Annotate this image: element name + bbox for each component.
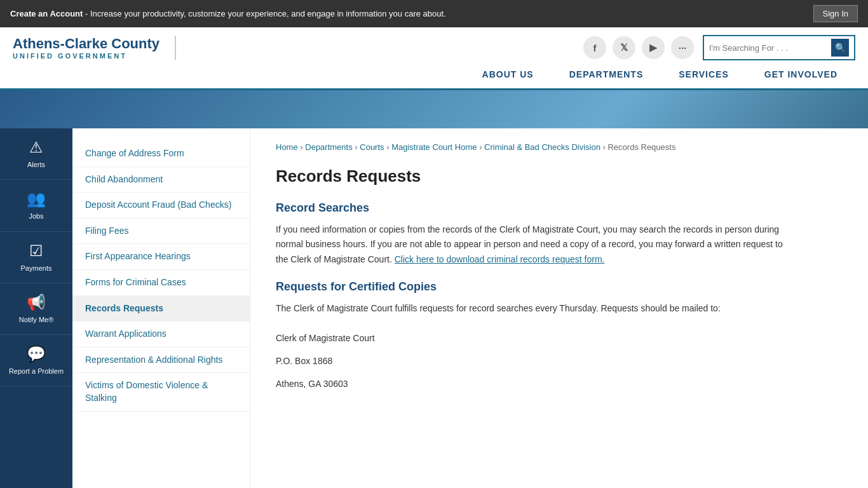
nav-about-us[interactable]: ABOUT US bbox=[465, 60, 552, 88]
notify-icon: 📢 bbox=[27, 294, 46, 311]
header-right: f 𝕏 ▶ ··· 🔍 bbox=[583, 35, 855, 60]
left-nav: Change of Address Form Child Abandonment… bbox=[72, 128, 250, 488]
main-wrapper: Change of Address Form Child Abandonment… bbox=[72, 128, 868, 488]
breadcrumb-criminal[interactable]: Criminal & Bad Checks Division bbox=[484, 142, 600, 152]
sidebar-notify[interactable]: 📢 Notify Me® bbox=[0, 283, 72, 335]
nav-forms-criminal[interactable]: Forms for Criminal Cases bbox=[72, 270, 250, 296]
report-icon: 💬 bbox=[27, 345, 46, 363]
top-banner: Create an Account - Increase your produc… bbox=[0, 0, 868, 27]
section2-title: Requests for Certified Copies bbox=[276, 280, 797, 294]
section1-title: Record Searches bbox=[276, 201, 797, 215]
social-icons: f 𝕏 ▶ ··· bbox=[583, 36, 694, 59]
logo-title: Athens-Clarke County bbox=[13, 36, 159, 52]
search-button[interactable]: 🔍 bbox=[831, 39, 849, 57]
sidebar-alerts[interactable]: ⚠ Alerts bbox=[0, 128, 72, 180]
main-layout: ⚠ Alerts 👥 Jobs ☑ Payments 📢 Notify Me® … bbox=[0, 128, 868, 488]
content-area: Home › Departments › Courts › Magistrate… bbox=[250, 128, 822, 488]
main-nav: ABOUT US DEPARTMENTS SERVICES GET INVOLV… bbox=[0, 60, 868, 90]
breadcrumb: Home › Departments › Courts › Magistrate… bbox=[276, 141, 797, 154]
jobs-label: Jobs bbox=[29, 212, 43, 220]
section1-text: If you need information or copies from t… bbox=[276, 222, 797, 268]
nav-child-abandonment[interactable]: Child Abandonment bbox=[72, 167, 250, 193]
logo-subtitle: Unified Government bbox=[13, 52, 159, 60]
search-area: 🔍 bbox=[703, 35, 855, 60]
nav-representation[interactable]: Representation & Additional Rights bbox=[72, 348, 250, 374]
youtube-icon[interactable]: ▶ bbox=[642, 36, 665, 59]
breadcrumb-sep4: › bbox=[479, 142, 484, 152]
page-title: Records Requests bbox=[276, 166, 797, 186]
sidebar-jobs[interactable]: 👥 Jobs bbox=[0, 180, 72, 231]
facebook-icon[interactable]: f bbox=[583, 36, 606, 59]
payments-icon: ☑ bbox=[29, 242, 43, 260]
breadcrumb-sep3: › bbox=[386, 142, 391, 152]
address-line2: P.O. Box 1868 bbox=[276, 352, 797, 370]
nav-victims-dv[interactable]: Victims of Domestic Violence & Stalking bbox=[72, 373, 250, 411]
hero-band bbox=[0, 90, 868, 128]
sidebar-payments[interactable]: ☑ Payments bbox=[0, 232, 72, 283]
banner-body: - Increase your productivity, customize … bbox=[83, 9, 445, 18]
nav-filing-fees[interactable]: Filing Fees bbox=[72, 219, 250, 245]
breadcrumb-departments[interactable]: Departments bbox=[305, 142, 352, 152]
nav-departments[interactable]: DEPARTMENTS bbox=[552, 60, 661, 88]
banner-strong: Create an Account bbox=[10, 9, 83, 18]
sign-in-button[interactable]: Sign In bbox=[813, 5, 858, 22]
breadcrumb-magistrate[interactable]: Magistrate Court Home bbox=[391, 142, 477, 152]
notify-label: Notify Me® bbox=[19, 315, 54, 324]
nav-records-requests[interactable]: Records Requests bbox=[72, 296, 250, 322]
search-input[interactable] bbox=[709, 43, 831, 53]
report-label: Report a Problem bbox=[9, 367, 64, 376]
address-line1: Clerk of Magistrate Court bbox=[276, 329, 797, 347]
jobs-icon: 👥 bbox=[27, 190, 46, 208]
payments-label: Payments bbox=[21, 264, 52, 273]
records-request-link[interactable]: Click here to download criminal records … bbox=[395, 254, 605, 264]
nav-get-involved[interactable]: GET INVOLVED bbox=[747, 60, 855, 88]
breadcrumb-home[interactable]: Home bbox=[276, 142, 298, 152]
alerts-icon: ⚠ bbox=[29, 139, 43, 156]
nav-change-address[interactable]: Change of Address Form bbox=[72, 141, 250, 167]
twitter-icon[interactable]: 𝕏 bbox=[613, 36, 635, 59]
nav-first-appearance[interactable]: First Appearance Hearings bbox=[72, 244, 250, 270]
nav-services[interactable]: SERVICES bbox=[661, 60, 747, 88]
nav-deposit-fraud[interactable]: Deposit Account Fraud (Bad Checks) bbox=[72, 193, 250, 219]
header: Athens-Clarke County Unified Government … bbox=[0, 27, 868, 60]
nav-warrant-apps[interactable]: Warrant Applications bbox=[72, 322, 250, 348]
more-icon[interactable]: ··· bbox=[671, 36, 694, 59]
section2-text: The Clerk of Magistrate Court fulfills r… bbox=[276, 301, 797, 316]
logo-area: Athens-Clarke County Unified Government bbox=[13, 36, 176, 60]
breadcrumb-current: Records Requests bbox=[607, 142, 675, 152]
sidebar-report[interactable]: 💬 Report a Problem bbox=[0, 335, 72, 386]
banner-text: Create an Account - Increase your produc… bbox=[10, 9, 446, 18]
sidebar-icons: ⚠ Alerts 👥 Jobs ☑ Payments 📢 Notify Me® … bbox=[0, 128, 72, 488]
alerts-label: Alerts bbox=[27, 160, 45, 169]
breadcrumb-courts[interactable]: Courts bbox=[360, 142, 384, 152]
address-line3: Athens, GA 30603 bbox=[276, 375, 797, 393]
